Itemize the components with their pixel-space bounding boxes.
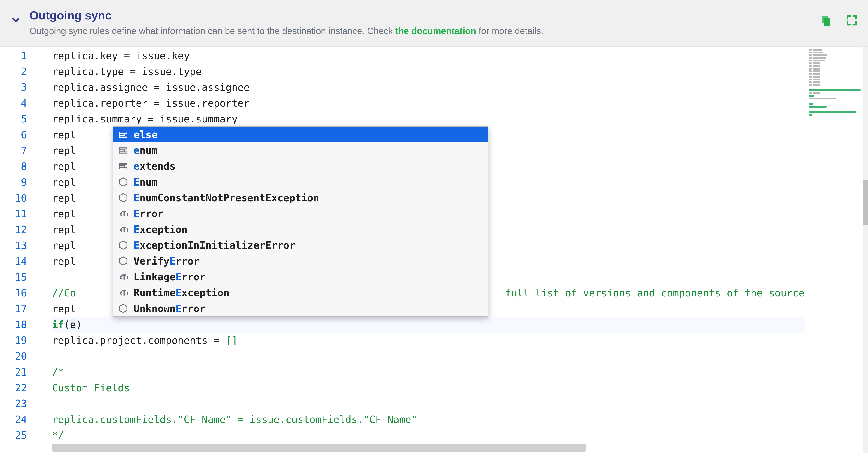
autocomplete-item[interactable]: ‹T›RuntimeException bbox=[113, 285, 488, 300]
documentation-link[interactable]: the documentation bbox=[395, 26, 476, 36]
autocomplete-item[interactable]: ‹T›LinkageError bbox=[113, 269, 488, 285]
minimap-canvas bbox=[809, 49, 864, 117]
svg-rect-2 bbox=[120, 132, 127, 133]
type-icon: ‹T› bbox=[118, 287, 129, 298]
line-number: 16 bbox=[0, 285, 34, 301]
code-line[interactable]: replica.assignee = issue.assignee bbox=[52, 79, 805, 95]
code-line[interactable]: replica.customFields."CF Name" = issue.c… bbox=[52, 412, 805, 427]
svg-rect-7 bbox=[120, 152, 127, 154]
type-icon: ‹T› bbox=[118, 224, 129, 235]
class-icon bbox=[118, 256, 129, 266]
line-number: 22 bbox=[0, 380, 34, 396]
line-gutter: 1234567891011121314151617181920212223242… bbox=[0, 46, 34, 453]
svg-rect-6 bbox=[120, 150, 125, 151]
line-number: 19 bbox=[0, 333, 34, 349]
autocomplete-item-label: ExceptionInInitializerError bbox=[133, 239, 484, 251]
fullscreen-button[interactable] bbox=[844, 13, 859, 28]
code-line[interactable]: replica.key = issue.key bbox=[52, 48, 805, 64]
autocomplete-item-label: VerifyError bbox=[133, 255, 484, 267]
line-number: 24 bbox=[0, 412, 34, 427]
code-editor[interactable]: 1234567891011121314151617181920212223242… bbox=[0, 46, 868, 453]
autocomplete-item-label: LinkageError bbox=[133, 271, 484, 283]
autocomplete-item-label: Exception bbox=[133, 224, 484, 235]
line-number: 1 bbox=[0, 48, 34, 64]
svg-rect-8 bbox=[120, 164, 127, 165]
autocomplete-item-label: enum bbox=[133, 144, 484, 156]
svg-text:‹T›: ‹T› bbox=[119, 226, 128, 233]
code-area[interactable]: replica.key = issue.keyreplica.type = is… bbox=[34, 46, 805, 453]
line-number: 9 bbox=[0, 174, 34, 190]
svg-rect-5 bbox=[120, 148, 127, 149]
autocomplete-item[interactable]: VerifyError bbox=[113, 253, 488, 269]
svg-text:‹T›: ‹T› bbox=[119, 290, 128, 296]
line-number: 18 bbox=[0, 317, 34, 333]
class-icon bbox=[118, 240, 129, 251]
copy-icon bbox=[819, 14, 832, 28]
autocomplete-item[interactable]: extends bbox=[113, 158, 488, 174]
collapse-toggle[interactable] bbox=[9, 13, 23, 27]
autocomplete-item[interactable]: enum bbox=[113, 142, 488, 158]
autocomplete-item[interactable]: ExceptionInInitializerError bbox=[113, 237, 488, 253]
class-icon bbox=[118, 303, 129, 314]
line-number: 12 bbox=[0, 222, 34, 238]
autocomplete-popup[interactable]: elseenumextendsEnumEnumConstantNotPresen… bbox=[113, 126, 488, 317]
autocomplete-item-label: UnknownError bbox=[133, 303, 484, 314]
svg-rect-3 bbox=[120, 134, 125, 135]
line-number: 3 bbox=[0, 79, 34, 95]
line-number: 8 bbox=[0, 159, 34, 174]
class-icon bbox=[118, 176, 129, 187]
line-number: 11 bbox=[0, 206, 34, 222]
keyword-icon bbox=[118, 161, 129, 171]
line-number: 2 bbox=[0, 64, 34, 79]
app-root: Outgoing sync Outgoing sync rules define… bbox=[0, 0, 868, 458]
code-line[interactable] bbox=[52, 349, 805, 364]
minimap-scrollbar-thumb[interactable] bbox=[863, 180, 868, 225]
line-number: 20 bbox=[0, 349, 34, 364]
code-line[interactable]: replica.reporter = issue.reporter bbox=[52, 95, 805, 111]
section-header: Outgoing sync Outgoing sync rules define… bbox=[0, 0, 868, 46]
code-line[interactable]: Custom Fields bbox=[52, 380, 805, 396]
chevron-down-icon bbox=[10, 14, 21, 26]
line-number: 17 bbox=[0, 301, 34, 317]
line-number: 4 bbox=[0, 95, 34, 111]
minimap[interactable] bbox=[805, 46, 868, 453]
code-line[interactable] bbox=[52, 396, 805, 412]
line-number: 25 bbox=[0, 427, 34, 443]
line-number: 21 bbox=[0, 364, 34, 380]
autocomplete-item-label: EnumConstantNotPresentException bbox=[133, 192, 484, 204]
line-number: 15 bbox=[0, 269, 34, 285]
line-number: 5 bbox=[0, 111, 34, 127]
code-line[interactable]: if(e) bbox=[52, 317, 805, 333]
code-line[interactable]: */ bbox=[52, 427, 805, 443]
subtitle-suffix: for more details. bbox=[476, 26, 544, 36]
autocomplete-item[interactable]: ‹T›Error bbox=[113, 206, 488, 222]
page-subtitle: Outgoing sync rules define what informat… bbox=[29, 25, 810, 37]
autocomplete-item[interactable]: else bbox=[113, 127, 488, 142]
autocomplete-item-label: else bbox=[133, 129, 484, 140]
autocomplete-item-label: extends bbox=[133, 160, 484, 172]
subtitle-prefix: Outgoing sync rules define what informat… bbox=[29, 26, 395, 36]
fullscreen-icon bbox=[845, 14, 858, 28]
autocomplete-item-label: Error bbox=[133, 208, 484, 219]
svg-rect-1 bbox=[822, 15, 828, 23]
autocomplete-item[interactable]: EnumConstantNotPresentException bbox=[113, 190, 488, 206]
keyword-icon bbox=[118, 145, 129, 156]
line-number: 14 bbox=[0, 254, 34, 269]
autocomplete-item[interactable]: ‹T›Exception bbox=[113, 222, 488, 237]
autocomplete-item[interactable]: UnknownError bbox=[113, 300, 488, 316]
code-line[interactable]: replica.project.components = [] bbox=[52, 333, 805, 349]
page-title: Outgoing sync bbox=[29, 9, 810, 22]
code-line[interactable]: /* bbox=[52, 364, 805, 380]
horizontal-scrollbar[interactable] bbox=[52, 444, 737, 452]
header-actions bbox=[819, 13, 859, 28]
line-number: 13 bbox=[0, 238, 34, 254]
line-number: 7 bbox=[0, 143, 34, 159]
copy-button[interactable] bbox=[819, 13, 833, 28]
line-number: 6 bbox=[0, 127, 34, 143]
horizontal-scrollbar-thumb[interactable] bbox=[52, 444, 586, 452]
svg-text:‹T›: ‹T› bbox=[119, 210, 128, 217]
code-line[interactable]: replica.summary = issue.summary bbox=[52, 111, 805, 127]
code-line[interactable]: replica.type = issue.type bbox=[52, 64, 805, 79]
autocomplete-item[interactable]: Enum bbox=[113, 174, 488, 190]
minimap-scrollbar-track[interactable] bbox=[863, 46, 868, 453]
